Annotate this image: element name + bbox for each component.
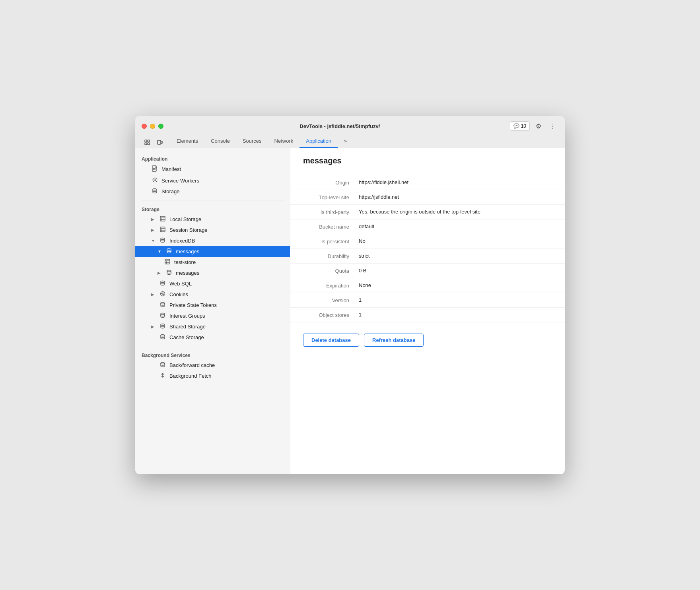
sidebar-item-messages-db2[interactable]: ▶ messages: [135, 268, 290, 278]
tab-application[interactable]: Application: [299, 135, 338, 148]
sidebar-item-service-workers[interactable]: Service Workers: [135, 175, 290, 186]
db-icon: [159, 323, 166, 330]
db-icon: [159, 312, 166, 319]
prop-label-version: Version: [303, 297, 359, 303]
sidebar-item-shared-storage[interactable]: ▶ Shared Storage: [135, 321, 290, 332]
chevron-right-icon: ▶: [151, 292, 156, 297]
refresh-database-button[interactable]: Refresh database: [364, 334, 424, 347]
sidebar-item-interest-groups[interactable]: ▶ Interest Groups: [135, 311, 290, 321]
sidebar-item-local-storage[interactable]: ▶ Local Storage: [135, 214, 290, 225]
content-title: messages: [290, 148, 565, 172]
sidebar-section-application: Application: [135, 153, 290, 163]
sidebar-item-session-storage[interactable]: ▶ Session Storage: [135, 225, 290, 235]
sidebar-label-shared-storage: Shared Storage: [169, 324, 206, 330]
sidebar-label-background-fetch: Background Fetch: [169, 373, 212, 379]
prop-value-bucket-name: default: [359, 223, 552, 229]
prop-label-origin: Origin: [303, 179, 359, 186]
sidebar-item-cache-storage[interactable]: ▶ Cache Storage: [135, 332, 290, 343]
sidebar-section-background: Background Services: [135, 349, 290, 360]
close-button[interactable]: [142, 124, 147, 129]
sidebar-item-messages-db[interactable]: ▼ messages: [135, 246, 290, 257]
settings-icon: ⚙: [536, 122, 541, 130]
tab-elements[interactable]: Elements: [170, 135, 204, 148]
svg-point-20: [167, 249, 171, 250]
db-icon: [165, 248, 173, 255]
prop-label-quota: Quota: [303, 268, 359, 274]
svg-point-19: [161, 238, 165, 240]
sidebar-item-indexeddb[interactable]: ▼ IndexedDB: [135, 235, 290, 246]
prop-label-third-party: Is third-party: [303, 209, 359, 215]
svg-rect-1: [148, 140, 150, 142]
tabs-row: Elements Console Sources Network Applica…: [142, 135, 558, 148]
sidebar-item-background-fetch[interactable]: ▶ Background Fetch: [135, 371, 290, 381]
prop-row-quota: Quota 0 B: [290, 264, 565, 278]
svg-point-25: [167, 270, 171, 272]
sidebar-label-messages-db: messages: [176, 248, 199, 254]
sidebar-item-test-store[interactable]: test-store: [135, 257, 290, 268]
minimize-button[interactable]: [150, 124, 155, 129]
svg-rect-5: [161, 141, 162, 144]
prop-row-third-party: Is third-party Yes, because the origin i…: [290, 205, 565, 219]
chevron-right-icon: ▶: [151, 217, 156, 221]
sidebar-label-private-state-tokens: Private State Tokens: [169, 302, 217, 308]
sidebar-label-cache-storage: Cache Storage: [169, 334, 204, 340]
prop-label-persistent: Is persistent: [303, 238, 359, 245]
content-panel: messages Origin https://fiddle.jshell.ne…: [290, 148, 565, 474]
sidebar-label-service-workers: Service Workers: [161, 178, 199, 184]
sidebar-label-interest-groups: Interest Groups: [169, 313, 205, 319]
actions-row: Delete database Refresh database: [290, 326, 565, 355]
divider-1: [142, 200, 284, 200]
prop-row-durability: Durability strict: [290, 249, 565, 264]
sidebar-label-indexeddb: IndexedDB: [169, 238, 195, 244]
sidebar-item-private-state-tokens[interactable]: ▶ Private State Tokens: [135, 300, 290, 311]
sidebar-item-cookies[interactable]: ▶ Cookies: [135, 289, 290, 300]
prop-row-version: Version 1: [290, 293, 565, 308]
issues-button[interactable]: 💬 10: [510, 121, 530, 131]
table-icon: [159, 227, 166, 233]
tab-network[interactable]: Network: [268, 135, 300, 148]
settings-button[interactable]: ⚙: [533, 120, 544, 132]
window-title: DevTools - jsfiddle.net/5tmpfuzv/: [170, 123, 510, 129]
svg-point-34: [161, 335, 165, 336]
svg-rect-11: [160, 216, 165, 221]
sidebar-label-local-storage: Local Storage: [169, 216, 201, 222]
divider-2: [142, 346, 284, 346]
chevron-right-icon: ▶: [151, 324, 156, 329]
db-icon: [159, 302, 166, 309]
prop-label-expiration: Expiration: [303, 282, 359, 289]
sidebar-item-manifest[interactable]: Manifest: [135, 163, 290, 175]
toolbar-right: 💬 10 ⚙ ⋮: [510, 120, 558, 132]
svg-rect-4: [158, 140, 161, 144]
sidebar-item-web-sql[interactable]: ▶ Web SQL: [135, 278, 290, 289]
sidebar-label-storage-app: Storage: [161, 188, 180, 194]
sidebar-item-storage-app[interactable]: Storage: [135, 186, 290, 197]
prop-value-expiration: None: [359, 282, 552, 288]
prop-value-persistent: No: [359, 238, 552, 244]
pointer-tool-button[interactable]: [142, 137, 153, 148]
sidebar-label-manifest: Manifest: [161, 166, 181, 172]
maximize-button[interactable]: [158, 124, 163, 129]
tab-more[interactable]: »: [338, 135, 353, 148]
chevron-down-icon: ▼: [158, 249, 162, 254]
svg-rect-3: [148, 143, 150, 145]
prop-label-bucket-name: Bucket name: [303, 223, 359, 230]
more-button[interactable]: ⋮: [547, 120, 558, 132]
tab-sources[interactable]: Sources: [236, 135, 268, 148]
prop-row-object-stores: Object stores 1: [290, 308, 565, 322]
tab-console[interactable]: Console: [204, 135, 236, 148]
sidebar-item-back-forward-cache[interactable]: ▶ Back/forward cache: [135, 360, 290, 371]
issues-icon: 💬: [513, 123, 519, 129]
db-icon: [159, 237, 166, 244]
properties-table: Origin https://fiddle.jshell.net Top-lev…: [290, 172, 565, 326]
prop-label-durability: Durability: [303, 253, 359, 259]
device-toolbar-button[interactable]: [154, 137, 165, 148]
prop-value-object-stores: 1: [359, 312, 552, 318]
prop-row-bucket-name: Bucket name default: [290, 219, 565, 234]
svg-rect-21: [165, 259, 170, 264]
svg-rect-15: [160, 227, 165, 232]
sidebar-label-back-forward-cache: Back/forward cache: [169, 362, 215, 368]
prop-value-top-level-site: https://jsfiddle.net: [359, 194, 552, 200]
prop-row-top-level-site: Top-level site https://jsfiddle.net: [290, 190, 565, 205]
delete-database-button[interactable]: Delete database: [303, 334, 359, 347]
svg-rect-0: [145, 140, 147, 142]
